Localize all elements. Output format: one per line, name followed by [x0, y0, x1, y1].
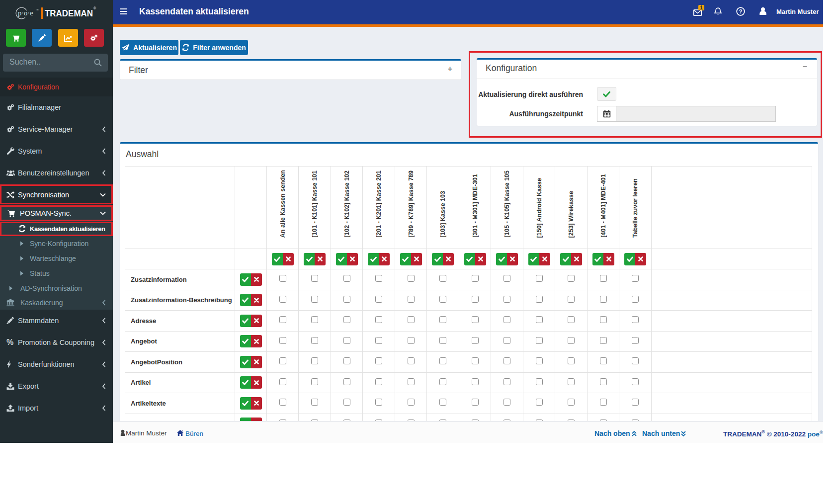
svg-text:p·o·e: p·o·e: [18, 9, 33, 17]
svg-text:TRADEMAN: TRADEMAN: [45, 8, 93, 18]
svg-text:®: ®: [36, 8, 39, 11]
svg-text:?: ?: [739, 8, 742, 14]
svg-text:®: ®: [93, 6, 96, 10]
